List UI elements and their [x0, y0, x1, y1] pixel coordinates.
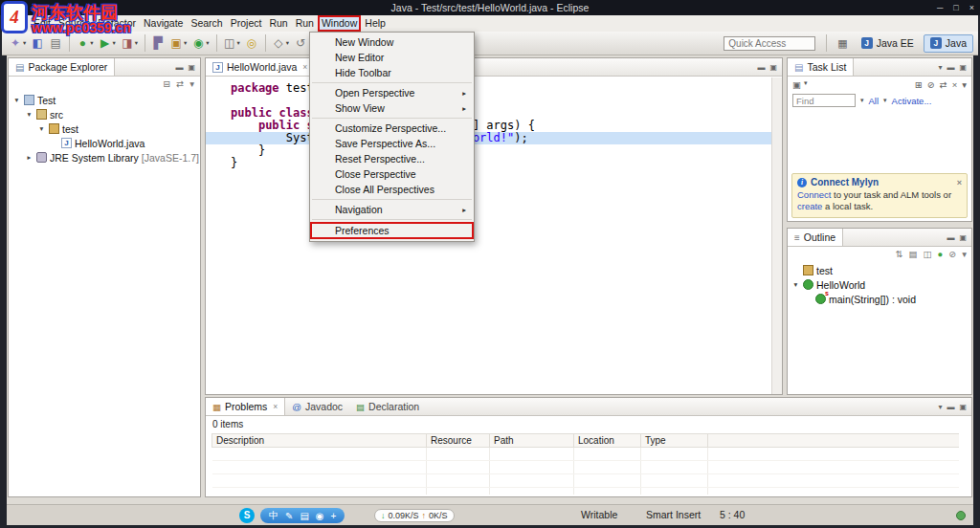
editor-scrollbar[interactable] — [771, 77, 782, 394]
collapse-arrow-icon[interactable]: ▾ — [25, 110, 33, 119]
package-explorer-item-src[interactable]: ▾src — [9, 107, 200, 121]
tab-problems[interactable]: ▦Problems× — [206, 398, 285, 415]
background-jobs-icon[interactable] — [956, 511, 966, 520]
collapse-all-icon[interactable]: ⊟ — [163, 78, 170, 89]
search-icon[interactable]: ◎ — [243, 33, 260, 53]
collapse-arrow-icon[interactable]: ▾ — [791, 280, 800, 289]
menu-window[interactable]: Window — [318, 15, 361, 32]
view-menu-icon[interactable]: ▾ — [962, 249, 967, 259]
hide-local-types-icon[interactable]: ⊘ — [948, 249, 956, 259]
window-menu-item-save-perspective-as[interactable]: Save Perspective As... — [310, 136, 474, 151]
close-notification-icon[interactable]: × — [957, 178, 962, 187]
window-menu-item-open-perspective[interactable]: Open Perspective▸ — [310, 85, 474, 100]
skype-icon[interactable]: S — [239, 508, 255, 523]
new-package-icon[interactable]: ▣▾ — [167, 33, 189, 53]
view-menu-icon[interactable]: ▾ — [962, 79, 967, 90]
column-header-description[interactable]: Description — [212, 434, 427, 448]
hide-static-members-icon[interactable]: ◫ — [924, 249, 932, 259]
maximize-view-icon[interactable]: ▣ — [769, 63, 777, 72]
link-with-editor-icon[interactable]: ⇄ — [176, 78, 184, 89]
find-input[interactable] — [792, 94, 856, 107]
maximize-view-icon[interactable]: ▣ — [959, 63, 967, 72]
save-icon[interactable]: ◧ — [29, 33, 46, 53]
new-jar-icon[interactable]: ◫▾ — [221, 33, 242, 53]
window-menu-item-new-window[interactable]: New Window — [310, 34, 474, 50]
ime-keyboard-icon[interactable]: ▤ — [300, 511, 308, 521]
outline-item-main-string-void[interactable]: smain(String[]) : void — [788, 292, 971, 306]
expand-arrow-icon[interactable]: ▸ — [25, 153, 33, 162]
hide-completed-icon[interactable]: × — [952, 79, 958, 90]
view-menu-icon[interactable]: ▾ — [189, 78, 194, 89]
new-task-icon[interactable]: ▣ — [792, 79, 801, 90]
window-menu-item-close-all-perspectives[interactable]: Close All Perspectives — [310, 182, 474, 197]
column-header-location[interactable]: Location — [574, 434, 641, 448]
menu-file[interactable]: File — [6, 15, 30, 32]
tab-helloworld-java[interactable]: J HelloWorld.java × — [206, 58, 315, 76]
minimize-view-icon[interactable]: ▬ — [947, 233, 954, 242]
hide-fields-icon[interactable]: ▤ — [909, 249, 918, 259]
menu-help[interactable]: Help — [361, 15, 390, 32]
external-tools-icon[interactable]: ◨▾ — [119, 33, 140, 53]
window-menu-item-customize-perspective[interactable]: Customize Perspective... — [310, 121, 474, 136]
view-menu-icon[interactable]: ▾ — [938, 403, 942, 411]
activate-task-link[interactable]: Activate... — [892, 96, 932, 106]
code-area[interactable]: package test; public class HelloWorld { … — [206, 77, 771, 394]
run-icon[interactable]: ▶▾ — [97, 33, 118, 53]
maximize-view-icon[interactable]: ▣ — [959, 403, 967, 411]
sort-icon[interactable]: ⇅ — [896, 249, 903, 259]
package-explorer-item-helloworld-java[interactable]: JHelloWorld.java — [9, 136, 200, 150]
column-header-resource[interactable]: Resource — [427, 434, 490, 448]
menu-search[interactable]: Search — [187, 15, 226, 32]
menu-refactor[interactable]: Refactor — [94, 15, 140, 32]
focus-on-workweek-icon[interactable]: ⊘ — [927, 79, 935, 90]
window-menu-item-navigation[interactable]: Navigation▸ — [310, 202, 474, 217]
quick-access-input[interactable] — [724, 36, 815, 51]
categorized-icon[interactable]: ⊞ — [915, 79, 923, 90]
activate-caret-icon[interactable]: ▾ — [883, 97, 887, 104]
collapse-arrow-icon[interactable]: ▾ — [12, 96, 21, 104]
package-explorer-item-jre-system-library[interactable]: ▸JRE System Library [JavaSE-1.7] — [9, 150, 200, 165]
outline-item-helloworld[interactable]: ▾HelloWorld — [788, 277, 971, 292]
open-perspective-icon[interactable]: ▦ — [837, 37, 847, 50]
annotation-nav-icon[interactable]: ◇▾ — [270, 33, 291, 53]
ime-pen-icon[interactable]: ✎ — [285, 511, 293, 521]
perspective-java-ee[interactable]: JJava EE — [855, 34, 921, 53]
menu-source[interactable]: Source — [55, 15, 94, 32]
window-menu-item-preferences[interactable]: Preferences — [310, 222, 474, 239]
package-explorer-item-test[interactable]: ▾Test — [9, 93, 200, 107]
print-icon[interactable]: ▤ — [47, 33, 64, 53]
last-edit-location-icon[interactable]: ↺ — [292, 33, 309, 53]
close-window-button[interactable]: × — [969, 3, 974, 12]
hide-non-public-icon[interactable]: ● — [938, 249, 944, 259]
menu-run[interactable]: Run — [265, 15, 291, 32]
menu-navigate[interactable]: Navigate — [140, 15, 187, 32]
tab-javadoc[interactable]: @Javadoc — [285, 398, 349, 415]
window-menu-item-hide-toolbar[interactable]: Hide Toolbar — [310, 65, 474, 80]
window-menu-item-reset-perspective[interactable]: Reset Perspective... — [310, 151, 474, 166]
package-explorer-item-test[interactable]: ▾test — [9, 121, 200, 136]
close-tab-icon[interactable]: × — [273, 402, 278, 411]
maximize-view-icon[interactable]: ▣ — [959, 233, 967, 242]
ime-emoji-icon[interactable]: ◉ — [316, 511, 324, 521]
create-task-link[interactable]: create — [797, 201, 822, 211]
ime-settings-icon[interactable]: + — [331, 511, 337, 521]
menu-project[interactable]: Project — [227, 15, 266, 32]
menu-edit[interactable]: Edit — [30, 15, 55, 32]
tab-package-explorer[interactable]: ▤ Package Explorer — [9, 58, 115, 76]
view-menu-icon[interactable]: ▾ — [938, 63, 942, 72]
all-filter-caret-icon[interactable]: ▾ — [860, 97, 864, 104]
minimize-window-button[interactable]: ─ — [937, 3, 943, 12]
perspective-java[interactable]: JJava — [924, 34, 973, 53]
ime-language-icon[interactable]: 中 — [269, 509, 278, 522]
menu-run[interactable]: Run — [292, 15, 318, 32]
outline-item-test[interactable]: test — [788, 263, 971, 277]
debug-icon[interactable]: ●▾ — [74, 33, 95, 53]
new-java-project-icon[interactable]: ▛ — [149, 33, 167, 53]
maximize-view-icon[interactable]: ▣ — [188, 63, 195, 72]
column-header-path[interactable]: Path — [490, 434, 574, 448]
column-header-type[interactable]: Type — [641, 434, 708, 448]
tab-declaration[interactable]: ▤Declaration — [349, 398, 426, 415]
all-filter-link[interactable]: All — [869, 96, 880, 106]
close-tab-icon[interactable]: × — [302, 62, 307, 72]
new-wizard-icon[interactable]: ✦▾ — [7, 33, 28, 53]
